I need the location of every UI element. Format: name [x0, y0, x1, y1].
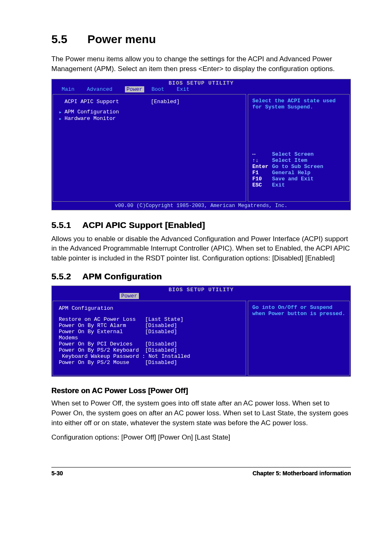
bios-item-value: [Disabled] [145, 347, 177, 353]
option-body-restore-ac: When set to Power Off, the system goes i… [51, 398, 351, 428]
subsection-heading-552: 5.5.2 APM Configuration [51, 272, 351, 281]
bios-item-value: [Disabled] [145, 359, 177, 366]
subsection-body-551: Allows you to enable or disable the Adva… [51, 234, 351, 263]
bios-item-row: Power On By PS/2 Mouse[Disabled] [59, 359, 242, 366]
bios-title: BIOS SETUP UTILITY [52, 286, 350, 293]
option-heading-restore-ac: Restore on AC Power Loss [Power Off] [51, 387, 351, 395]
bios-main-panel: APM Configuration Restore on AC Power Lo… [53, 301, 246, 375]
bios-tab-power: Power [125, 86, 144, 92]
section-title-text: Power menu [88, 33, 156, 46]
bios-item-label: Power On By PS/2 Mouse [59, 359, 145, 366]
bios-item-label: Restore on AC Power Loss [59, 316, 145, 322]
bios-item-value: [Enabled] [151, 99, 180, 105]
bios-item-label: APM Configuration [65, 109, 151, 115]
chapter-label: Chapter 5: Motherboard information [252, 470, 351, 477]
bios-item-row: Keyboard Wakeup Password : Not Installed [59, 353, 242, 359]
bios-item-row: Power On By PCI Devices[Disabled] [59, 341, 242, 347]
nav-desc: Save and Exit [272, 176, 314, 182]
bios-title: BIOS SETUP UTILITY [52, 79, 350, 86]
bios-tab-exit: Exit [177, 86, 194, 92]
nav-desc: Exit [272, 182, 285, 188]
bios-help-panel: Select the ACPI state used for System Su… [248, 94, 350, 202]
nav-key: F1 [252, 170, 272, 176]
bios-item-value: [Last State] [145, 316, 184, 322]
section-intro: The Power menu items allow you to change… [51, 54, 351, 74]
bios-item-label: Power On By External Modems [59, 329, 145, 341]
spacer [59, 99, 65, 105]
subsection-heading-551: 5.5.1 ACPI APIC Support [Enabled] [51, 220, 351, 230]
bios-tab-power: Power [120, 293, 139, 299]
bios-item-label: Power On By RTC Alarm [59, 322, 145, 329]
bios-item-label: Hardware Monitor [65, 115, 151, 122]
bios-copyright: v00.00 (C)Copyright 1985-2003, American … [52, 203, 350, 210]
bios-screenshot-apm-config: BIOS SETUP UTILITY Power APM Configurati… [51, 286, 351, 377]
bios-item-hardware-monitor: ▸ Hardware Monitor [59, 115, 242, 122]
bios-panel-heading: APM Configuration [59, 305, 242, 311]
nav-desc: General Help [272, 170, 311, 176]
bios-item-value: [Disabled] [145, 322, 177, 329]
subsection-title: ACPI APIC Support [Enabled] [82, 220, 205, 230]
bios-item-row: Power On By External Modems[Disabled] [59, 329, 242, 341]
nav-desc: Select Item [272, 157, 307, 164]
bios-item-label: Power On By PS/2 Keyboard [59, 347, 145, 353]
bios-item-label: ACPI APIC Support [65, 99, 151, 105]
bios-tab-bar: Main Advanced Power Boot Exit [52, 86, 350, 93]
bios-tab-boot: Boot [152, 86, 169, 92]
page-number: 5-30 [51, 470, 63, 477]
section-heading: 5.5 Power menu [51, 33, 351, 46]
section-number: 5.5 [51, 33, 84, 46]
subsection-number: 5.5.1 [51, 220, 80, 230]
subsection-number: 5.5.2 [51, 272, 80, 281]
bios-item-label: Power On By PCI Devices [59, 341, 145, 347]
bios-item-label: Keyboard Wakeup Password : Not Installed [59, 353, 190, 359]
bios-help-panel: Go into On/Off or Suspend when Power but… [248, 301, 350, 375]
bios-item-row: Power On By PS/2 Keyboard[Disabled] [59, 347, 242, 353]
nav-key: Enter [252, 164, 272, 170]
bios-item-row: Restore on AC Power Loss[Last State] [59, 316, 242, 322]
bios-main-panel: ACPI APIC Support [Enabled] ▸ APM Config… [53, 94, 246, 202]
nav-key: ESC [252, 182, 272, 188]
bios-item-acpi-apic: ACPI APIC Support [Enabled] [59, 99, 242, 105]
bios-tab-advanced: Advanced [87, 86, 117, 92]
nav-key: ↑↓ [252, 157, 272, 164]
bios-nav-keys: ↔Select Screen ↑↓Select Item EnterGo to … [252, 151, 347, 188]
bios-item-row: Power On By RTC Alarm[Disabled] [59, 322, 242, 329]
page-footer: 5-30 Chapter 5: Motherboard information [51, 467, 351, 477]
bios-item-value: [Disabled] [145, 341, 177, 347]
submenu-arrow-icon: ▸ [59, 115, 65, 122]
option-config-restore-ac: Configuration options: [Power Off] [Powe… [51, 433, 351, 442]
bios-item-value: [Disabled] [145, 329, 177, 341]
bios-help-text: Select the ACPI state used for System Su… [252, 98, 347, 110]
submenu-arrow-icon: ▸ [59, 109, 65, 115]
nav-desc: Go to Sub Screen [272, 164, 323, 170]
nav-key: F10 [252, 176, 272, 182]
bios-item-apm-config: ▸ APM Configuration [59, 109, 242, 115]
bios-screenshot-power-menu: BIOS SETUP UTILITY Main Advanced Power B… [51, 79, 351, 210]
subsection-title: APM Configuration [82, 272, 162, 281]
nav-key: ↔ [252, 151, 272, 157]
bios-tab-main: Main [62, 86, 79, 92]
bios-help-text: Go into On/Off or Suspend when Power but… [252, 304, 347, 317]
bios-tab-bar: Power [52, 293, 350, 300]
nav-desc: Select Screen [272, 151, 314, 157]
